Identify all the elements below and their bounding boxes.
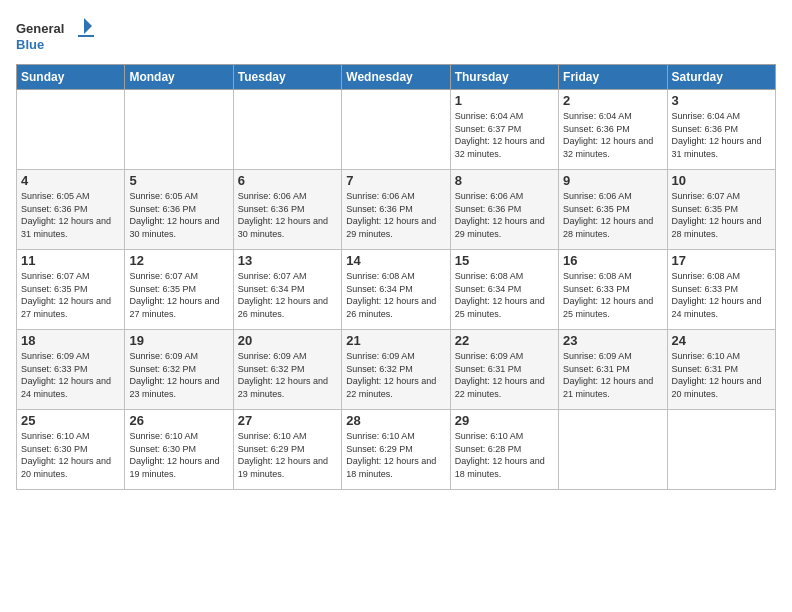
day-info: Sunrise: 6:10 AM Sunset: 6:30 PM Dayligh… <box>21 430 120 480</box>
calendar-cell: 2Sunrise: 6:04 AM Sunset: 6:36 PM Daylig… <box>559 90 667 170</box>
day-info: Sunrise: 6:09 AM Sunset: 6:32 PM Dayligh… <box>238 350 337 400</box>
day-number: 5 <box>129 173 228 188</box>
day-info: Sunrise: 6:06 AM Sunset: 6:36 PM Dayligh… <box>346 190 445 240</box>
day-number: 29 <box>455 413 554 428</box>
day-number: 9 <box>563 173 662 188</box>
day-info: Sunrise: 6:10 AM Sunset: 6:29 PM Dayligh… <box>238 430 337 480</box>
day-number: 28 <box>346 413 445 428</box>
day-info: Sunrise: 6:09 AM Sunset: 6:31 PM Dayligh… <box>563 350 662 400</box>
day-number: 12 <box>129 253 228 268</box>
day-info: Sunrise: 6:06 AM Sunset: 6:36 PM Dayligh… <box>455 190 554 240</box>
logo-svg: General Blue <box>16 16 96 56</box>
day-info: Sunrise: 6:04 AM Sunset: 6:37 PM Dayligh… <box>455 110 554 160</box>
day-header-wednesday: Wednesday <box>342 65 450 90</box>
calendar-cell: 27Sunrise: 6:10 AM Sunset: 6:29 PM Dayli… <box>233 410 341 490</box>
calendar-cell: 28Sunrise: 6:10 AM Sunset: 6:29 PM Dayli… <box>342 410 450 490</box>
day-info: Sunrise: 6:09 AM Sunset: 6:32 PM Dayligh… <box>129 350 228 400</box>
calendar-cell: 7Sunrise: 6:06 AM Sunset: 6:36 PM Daylig… <box>342 170 450 250</box>
day-info: Sunrise: 6:06 AM Sunset: 6:36 PM Dayligh… <box>238 190 337 240</box>
day-number: 6 <box>238 173 337 188</box>
day-number: 22 <box>455 333 554 348</box>
day-number: 3 <box>672 93 771 108</box>
calendar-cell: 20Sunrise: 6:09 AM Sunset: 6:32 PM Dayli… <box>233 330 341 410</box>
day-number: 27 <box>238 413 337 428</box>
day-number: 16 <box>563 253 662 268</box>
day-number: 26 <box>129 413 228 428</box>
calendar-table: SundayMondayTuesdayWednesdayThursdayFrid… <box>16 64 776 490</box>
day-info: Sunrise: 6:10 AM Sunset: 6:31 PM Dayligh… <box>672 350 771 400</box>
day-info: Sunrise: 6:06 AM Sunset: 6:35 PM Dayligh… <box>563 190 662 240</box>
calendar-cell <box>559 410 667 490</box>
day-info: Sunrise: 6:04 AM Sunset: 6:36 PM Dayligh… <box>563 110 662 160</box>
day-info: Sunrise: 6:10 AM Sunset: 6:28 PM Dayligh… <box>455 430 554 480</box>
calendar-cell: 9Sunrise: 6:06 AM Sunset: 6:35 PM Daylig… <box>559 170 667 250</box>
day-info: Sunrise: 6:08 AM Sunset: 6:33 PM Dayligh… <box>563 270 662 320</box>
calendar-cell <box>125 90 233 170</box>
calendar-cell: 6Sunrise: 6:06 AM Sunset: 6:36 PM Daylig… <box>233 170 341 250</box>
day-info: Sunrise: 6:08 AM Sunset: 6:34 PM Dayligh… <box>346 270 445 320</box>
day-info: Sunrise: 6:09 AM Sunset: 6:31 PM Dayligh… <box>455 350 554 400</box>
svg-text:Blue: Blue <box>16 37 44 52</box>
calendar-cell: 16Sunrise: 6:08 AM Sunset: 6:33 PM Dayli… <box>559 250 667 330</box>
day-header-monday: Monday <box>125 65 233 90</box>
calendar-cell: 25Sunrise: 6:10 AM Sunset: 6:30 PM Dayli… <box>17 410 125 490</box>
calendar-cell: 23Sunrise: 6:09 AM Sunset: 6:31 PM Dayli… <box>559 330 667 410</box>
day-number: 24 <box>672 333 771 348</box>
calendar-cell: 5Sunrise: 6:05 AM Sunset: 6:36 PM Daylig… <box>125 170 233 250</box>
calendar-cell: 11Sunrise: 6:07 AM Sunset: 6:35 PM Dayli… <box>17 250 125 330</box>
day-info: Sunrise: 6:04 AM Sunset: 6:36 PM Dayligh… <box>672 110 771 160</box>
calendar-cell: 15Sunrise: 6:08 AM Sunset: 6:34 PM Dayli… <box>450 250 558 330</box>
calendar-cell: 22Sunrise: 6:09 AM Sunset: 6:31 PM Dayli… <box>450 330 558 410</box>
day-info: Sunrise: 6:07 AM Sunset: 6:35 PM Dayligh… <box>672 190 771 240</box>
calendar-cell: 21Sunrise: 6:09 AM Sunset: 6:32 PM Dayli… <box>342 330 450 410</box>
calendar-cell: 18Sunrise: 6:09 AM Sunset: 6:33 PM Dayli… <box>17 330 125 410</box>
day-number: 17 <box>672 253 771 268</box>
day-header-thursday: Thursday <box>450 65 558 90</box>
day-number: 8 <box>455 173 554 188</box>
day-number: 21 <box>346 333 445 348</box>
day-info: Sunrise: 6:10 AM Sunset: 6:30 PM Dayligh… <box>129 430 228 480</box>
day-number: 15 <box>455 253 554 268</box>
day-info: Sunrise: 6:09 AM Sunset: 6:33 PM Dayligh… <box>21 350 120 400</box>
calendar-cell <box>233 90 341 170</box>
calendar-cell <box>17 90 125 170</box>
day-number: 2 <box>563 93 662 108</box>
svg-text:General: General <box>16 21 64 36</box>
day-info: Sunrise: 6:07 AM Sunset: 6:35 PM Dayligh… <box>129 270 228 320</box>
calendar-cell: 12Sunrise: 6:07 AM Sunset: 6:35 PM Dayli… <box>125 250 233 330</box>
calendar-cell: 24Sunrise: 6:10 AM Sunset: 6:31 PM Dayli… <box>667 330 775 410</box>
calendar-cell: 26Sunrise: 6:10 AM Sunset: 6:30 PM Dayli… <box>125 410 233 490</box>
calendar-cell: 19Sunrise: 6:09 AM Sunset: 6:32 PM Dayli… <box>125 330 233 410</box>
day-number: 4 <box>21 173 120 188</box>
day-info: Sunrise: 6:10 AM Sunset: 6:29 PM Dayligh… <box>346 430 445 480</box>
day-info: Sunrise: 6:05 AM Sunset: 6:36 PM Dayligh… <box>21 190 120 240</box>
logo: General Blue <box>16 16 96 56</box>
calendar-cell: 14Sunrise: 6:08 AM Sunset: 6:34 PM Dayli… <box>342 250 450 330</box>
day-info: Sunrise: 6:08 AM Sunset: 6:33 PM Dayligh… <box>672 270 771 320</box>
day-header-saturday: Saturday <box>667 65 775 90</box>
calendar-cell <box>667 410 775 490</box>
day-number: 19 <box>129 333 228 348</box>
day-info: Sunrise: 6:07 AM Sunset: 6:35 PM Dayligh… <box>21 270 120 320</box>
day-info: Sunrise: 6:09 AM Sunset: 6:32 PM Dayligh… <box>346 350 445 400</box>
calendar-cell: 10Sunrise: 6:07 AM Sunset: 6:35 PM Dayli… <box>667 170 775 250</box>
calendar-cell: 3Sunrise: 6:04 AM Sunset: 6:36 PM Daylig… <box>667 90 775 170</box>
svg-marker-2 <box>84 18 92 34</box>
day-info: Sunrise: 6:08 AM Sunset: 6:34 PM Dayligh… <box>455 270 554 320</box>
day-number: 7 <box>346 173 445 188</box>
day-number: 10 <box>672 173 771 188</box>
calendar-cell <box>342 90 450 170</box>
calendar-cell: 4Sunrise: 6:05 AM Sunset: 6:36 PM Daylig… <box>17 170 125 250</box>
day-number: 20 <box>238 333 337 348</box>
day-number: 18 <box>21 333 120 348</box>
day-number: 11 <box>21 253 120 268</box>
day-number: 1 <box>455 93 554 108</box>
day-header-tuesday: Tuesday <box>233 65 341 90</box>
day-number: 23 <box>563 333 662 348</box>
calendar-cell: 8Sunrise: 6:06 AM Sunset: 6:36 PM Daylig… <box>450 170 558 250</box>
calendar-cell: 1Sunrise: 6:04 AM Sunset: 6:37 PM Daylig… <box>450 90 558 170</box>
calendar-cell: 29Sunrise: 6:10 AM Sunset: 6:28 PM Dayli… <box>450 410 558 490</box>
day-info: Sunrise: 6:05 AM Sunset: 6:36 PM Dayligh… <box>129 190 228 240</box>
calendar-cell: 17Sunrise: 6:08 AM Sunset: 6:33 PM Dayli… <box>667 250 775 330</box>
day-number: 25 <box>21 413 120 428</box>
